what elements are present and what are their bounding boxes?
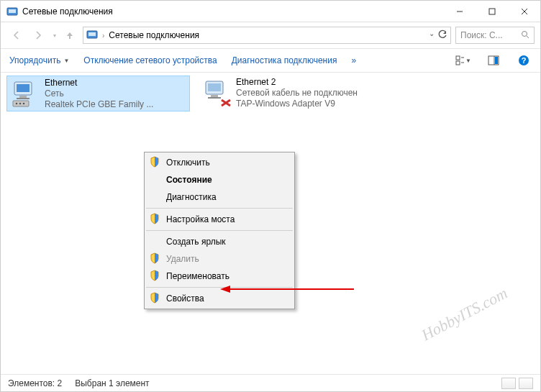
chevron-down-icon: ▼ xyxy=(63,58,69,64)
toolbar: Упорядочить▼ Отключение сетевого устройс… xyxy=(1,48,540,73)
svg-rect-20 xyxy=(17,84,29,92)
context-menu-label: Переименовать xyxy=(166,271,287,281)
context-menu-label: Отключить xyxy=(166,158,287,168)
status-bar: Элементов: 2 Выбран 1 элемент xyxy=(1,374,540,391)
item-count: Элементов: 2 xyxy=(8,378,62,388)
adapter-item-ethernet[interactable]: Ethernet Сеть Realtek PCIe GBE Family ..… xyxy=(6,76,190,111)
navbar: ▾ › Сетевые подключения ⌄ Поиск: С... xyxy=(1,22,540,48)
menu-icon-placeholder xyxy=(149,191,162,204)
minimize-button[interactable] xyxy=(443,1,476,22)
svg-rect-22 xyxy=(17,98,29,99)
context-menu-item[interactable]: Диагностика xyxy=(145,188,294,206)
search-icon xyxy=(521,30,529,41)
network-adapter-icon xyxy=(201,77,233,109)
svg-rect-11 xyxy=(456,61,460,65)
svg-rect-3 xyxy=(489,9,495,14)
forward-button[interactable] xyxy=(28,25,48,45)
up-button[interactable] xyxy=(61,27,78,44)
svg-rect-10 xyxy=(456,56,460,60)
svg-rect-7 xyxy=(88,32,96,36)
shield-icon xyxy=(149,292,162,305)
search-placeholder: Поиск: С... xyxy=(460,30,518,40)
svg-point-24 xyxy=(16,103,18,105)
adapter-status: Сеть xyxy=(45,88,153,99)
preview-pane-icon[interactable] xyxy=(486,53,501,68)
window-title: Сетевые подключения xyxy=(22,6,443,17)
adapter-device: Realtek PCIe GBE Family ... xyxy=(45,99,153,109)
watermark: HobbyITS.com xyxy=(418,284,510,345)
content-area: Ethernet Сеть Realtek PCIe GBE Family ..… xyxy=(1,73,540,374)
breadcrumb-sep: › xyxy=(102,32,104,40)
details-view-button[interactable] xyxy=(501,378,516,389)
svg-line-9 xyxy=(527,36,529,38)
context-menu-label: Создать ярлык xyxy=(166,237,287,247)
context-menu-item[interactable]: Создать ярлык xyxy=(145,233,294,250)
svg-rect-16 xyxy=(495,57,498,64)
svg-point-25 xyxy=(19,103,22,105)
refresh-icon[interactable] xyxy=(437,29,447,41)
shield-icon xyxy=(149,156,162,169)
shield-icon xyxy=(149,270,162,283)
breadcrumb-location[interactable]: Сетевые подключения xyxy=(109,30,199,40)
location-icon xyxy=(86,29,98,42)
context-menu-label: Настройка моста xyxy=(166,214,287,224)
selection-count: Выбран 1 элемент xyxy=(75,378,149,388)
annotation-arrow xyxy=(219,284,355,294)
diagnose-button[interactable]: Диагностика подключения xyxy=(232,55,337,65)
window-controls xyxy=(443,1,540,22)
toolbar-overflow[interactable]: » xyxy=(351,55,356,65)
adapter-item-ethernet2[interactable]: Ethernet 2 Сетевой кабель не подключен T… xyxy=(199,76,382,111)
back-button[interactable] xyxy=(6,25,27,45)
adapter-name: Ethernet xyxy=(45,78,153,88)
svg-point-8 xyxy=(522,31,527,36)
history-dropdown[interactable]: ▾ xyxy=(50,32,60,39)
svg-rect-1 xyxy=(9,9,16,13)
context-menu-label: Диагностика xyxy=(166,192,287,202)
view-options-icon[interactable]: ▼ xyxy=(455,53,471,68)
context-menu-item[interactable]: Состояние xyxy=(145,171,294,188)
context-menu-label: Состояние xyxy=(166,175,287,185)
search-box[interactable]: Поиск: С... xyxy=(455,27,535,44)
organize-menu[interactable]: Упорядочить▼ xyxy=(9,55,69,65)
adapter-device: TAP-Windows Adapter V9 xyxy=(236,99,358,109)
context-menu-label: Удалить xyxy=(166,254,287,264)
adapter-status: Сетевой кабель не подключен xyxy=(236,88,358,99)
context-menu-separator xyxy=(146,230,293,231)
address-bar[interactable]: › Сетевые подключения ⌄ xyxy=(83,27,451,44)
context-menu-label: Свойства xyxy=(166,293,287,304)
icons-view-button[interactable] xyxy=(519,378,533,389)
svg-rect-21 xyxy=(19,96,27,98)
menu-icon-placeholder xyxy=(149,173,162,186)
close-button[interactable] xyxy=(508,1,540,22)
context-menu-item[interactable]: Настройка моста xyxy=(145,211,294,228)
menu-icon-placeholder xyxy=(149,235,162,248)
address-dropdown-icon[interactable]: ⌄ xyxy=(429,29,435,41)
adapter-name: Ethernet 2 xyxy=(236,77,358,88)
context-menu-separator xyxy=(146,208,293,209)
svg-point-26 xyxy=(23,103,25,105)
svg-text:?: ? xyxy=(522,56,527,65)
context-menu-item: Удалить xyxy=(145,250,294,268)
svg-marker-34 xyxy=(220,286,230,293)
maximize-button[interactable] xyxy=(476,1,508,22)
shield-icon xyxy=(149,252,162,265)
disable-device-button[interactable]: Отключение сетевого устройства xyxy=(83,55,217,65)
context-menu-item[interactable]: Переименовать xyxy=(145,268,294,285)
titlebar: Сетевые подключения xyxy=(1,1,540,22)
shield-icon xyxy=(149,213,162,226)
svg-rect-29 xyxy=(211,95,218,97)
context-menu-item[interactable]: Отключить xyxy=(145,154,294,171)
app-icon xyxy=(6,6,18,17)
svg-rect-28 xyxy=(208,83,221,91)
network-adapter-icon xyxy=(10,78,42,109)
help-icon[interactable]: ? xyxy=(516,53,532,68)
svg-rect-30 xyxy=(208,97,221,99)
